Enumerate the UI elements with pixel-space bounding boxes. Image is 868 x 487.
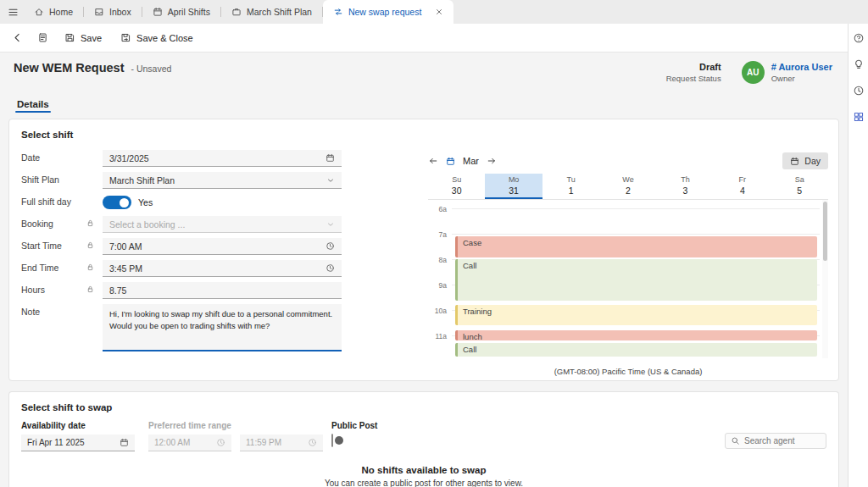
date-field[interactable]: 3/31/2025: [103, 150, 342, 167]
public-post-toggle[interactable]: [331, 434, 333, 447]
tab-march-shift-plan[interactable]: March Shift Plan: [221, 0, 322, 24]
tab-april-shifts[interactable]: April Shifts: [142, 0, 220, 24]
save-and-close-button[interactable]: Save & Close: [112, 27, 202, 49]
hours-field[interactable]: 8.75: [103, 282, 342, 299]
save-close-label: Save & Close: [136, 33, 193, 43]
hour-label: 8a: [428, 256, 447, 264]
calendar-event[interactable]: Case: [455, 236, 817, 257]
form-switcher-icon[interactable]: [31, 27, 54, 49]
close-tab-icon[interactable]: [435, 8, 443, 16]
apps-icon[interactable]: [853, 111, 865, 123]
calendar-icon: [446, 157, 455, 166]
start-time-label: Start Time: [21, 238, 103, 251]
lock-icon: [86, 263, 94, 271]
owner-name-link[interactable]: # Aurora User: [771, 62, 832, 72]
label-text: Hours: [21, 285, 45, 295]
form-tab-bar: Details: [0, 90, 848, 117]
day-date-label: 30: [428, 185, 485, 196]
calendar-scrollbar[interactable]: [822, 200, 828, 358]
preferred-time-range-label: Preferred time range: [148, 421, 323, 430]
save-close-icon: [120, 32, 131, 43]
time-to-field[interactable]: 11:59 PM: [240, 434, 323, 451]
label-text: Start Time: [21, 241, 62, 251]
calendar-toolbar: Mar Day: [428, 152, 828, 170]
hours-label: Hours: [21, 282, 103, 295]
calendar-day-header[interactable]: Fr4: [714, 174, 771, 199]
end-time-value: 3:45 PM: [109, 263, 142, 274]
calendar-event[interactable]: lunch: [455, 330, 817, 340]
timezone-label: (GMT-08:00) Pacific Time (US & Canada): [428, 367, 828, 376]
hour-label: 9a: [428, 281, 447, 290]
lock-icon: [86, 241, 94, 249]
history-icon[interactable]: [853, 85, 865, 97]
label-text: Date: [21, 152, 40, 163]
save-button[interactable]: Save: [56, 27, 110, 49]
clock-icon: [326, 241, 335, 251]
day-date-label: 4: [714, 185, 771, 196]
day-view-button[interactable]: Day: [782, 152, 828, 169]
day-of-week-label: We: [599, 175, 656, 184]
end-time-field[interactable]: 3:45 PM: [103, 260, 342, 277]
time-from-value: 12:00 AM: [154, 438, 190, 447]
shift-plan-icon: [231, 7, 242, 17]
calendar-day-header[interactable]: Tu1: [542, 174, 599, 199]
lightbulb-icon[interactable]: [853, 58, 865, 70]
calendar-day-header[interactable]: Th3: [657, 174, 714, 199]
availability-date-field[interactable]: Fri Apr 11 2025: [21, 434, 135, 451]
clock-icon: [326, 263, 335, 273]
home-icon: [34, 7, 44, 17]
chevron-down-icon[interactable]: [326, 176, 335, 185]
tab-new-swap-request[interactable]: New swap request: [323, 0, 453, 24]
day-view-label: Day: [804, 156, 821, 166]
tab-label: Home: [49, 7, 73, 17]
calendar-next-icon[interactable]: [487, 156, 497, 166]
shift-plan-field[interactable]: March Shift Plan: [103, 172, 342, 189]
calendar-month-label[interactable]: Mar: [463, 156, 479, 166]
status-value: Draft: [666, 62, 721, 72]
record-header: New WEM Request - Unsaved Draft Request …: [0, 53, 848, 90]
start-time-field[interactable]: 7:00 AM: [103, 238, 342, 255]
start-time-value: 7:00 AM: [109, 241, 142, 252]
calendar-day-header[interactable]: Mo31: [485, 174, 542, 199]
empty-state: No shifts available to swap You can crea…: [9, 465, 838, 487]
calendar-event[interactable]: Call: [455, 259, 817, 301]
shift-calendar: Mar Day Su30Mo31Tu1We2Th3Fr4Sa5 6a7a8a9a…: [428, 152, 828, 376]
calendar-icon: [790, 157, 799, 166]
day-of-week-label: Fr: [714, 175, 771, 184]
calendar-prev-icon[interactable]: [428, 156, 438, 166]
hamburger-menu-icon[interactable]: [2, 0, 24, 24]
shift-form: Date 3/31/2025 Shift Plan March Shift Pl…: [21, 150, 342, 357]
calendar-event[interactable]: Call: [455, 343, 817, 357]
calendar-day-header[interactable]: We2: [599, 174, 656, 199]
tab-label: New swap request: [348, 7, 421, 17]
copilot-icon[interactable]: [853, 32, 865, 44]
calendar-icon[interactable]: [120, 438, 129, 447]
note-textarea[interactable]: Hi, I'm looking to swap my shift due to …: [103, 304, 342, 351]
scrollbar-thumb[interactable]: [823, 202, 827, 261]
full-shift-day-control: Yes: [103, 194, 342, 211]
full-shift-day-toggle[interactable]: [103, 196, 131, 209]
back-button[interactable]: [5, 27, 29, 49]
calendar-day-headers: Su30Mo31Tu1We2Th3Fr4Sa5: [428, 174, 828, 199]
section-title: Select shift: [9, 119, 838, 140]
booking-field[interactable]: Select a booking ...: [103, 216, 342, 233]
tab-inbox[interactable]: Inbox: [84, 0, 142, 24]
calendar-event[interactable]: Training: [455, 305, 817, 325]
main-content: New WEM Request - Unsaved Draft Request …: [0, 53, 848, 487]
tab-details[interactable]: Details: [15, 99, 51, 117]
hour-label: 6a: [428, 205, 447, 213]
right-icon-rail: [848, 24, 868, 487]
owner-block: AU # Aurora User Owner: [742, 61, 832, 84]
date-value: 3/31/2025: [109, 153, 149, 163]
time-from-field[interactable]: 12:00 AM: [148, 434, 231, 451]
calendar-day-header[interactable]: Su30: [428, 174, 485, 199]
tab-label: April Shifts: [168, 7, 210, 17]
save-icon: [64, 32, 75, 43]
label-text: Full shift day: [21, 196, 71, 207]
tab-home[interactable]: Home: [24, 0, 83, 24]
search-agent-input[interactable]: [744, 436, 821, 445]
booking-label: Booking: [21, 216, 103, 229]
date-label: Date: [21, 150, 103, 163]
calendar-icon[interactable]: [326, 153, 335, 163]
calendar-day-header[interactable]: Sa5: [771, 174, 828, 199]
